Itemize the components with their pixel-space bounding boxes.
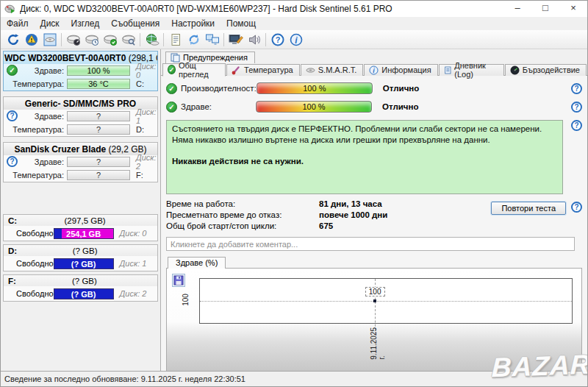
- partition-panel-d[interactable]: D:(? GB) Свободно (? GB) Диск: 1: [3, 244, 158, 271]
- tab-label: S.M.A.R.T.: [318, 65, 357, 74]
- health-bar: ?: [67, 157, 130, 167]
- svg-text:?: ?: [275, 35, 280, 44]
- save-icon[interactable]: [172, 274, 185, 287]
- partition-size: (? GB): [17, 246, 153, 255]
- disk-search-icon[interactable]: [119, 31, 137, 48]
- speaker-icon[interactable]: [245, 31, 263, 48]
- tab-temperature[interactable]: Температура: [226, 64, 300, 76]
- disk-check-icon[interactable]: [101, 31, 119, 48]
- help-icon[interactable]: ?: [571, 102, 582, 113]
- tab-label: Температура: [244, 65, 293, 74]
- menubar: Файл Диск Изглед Съобщения Настройки Пом…: [1, 17, 587, 30]
- check-icon: ✓: [166, 102, 177, 113]
- drive-letter: D:: [130, 125, 144, 134]
- comment-input[interactable]: [166, 237, 575, 251]
- data-point-label: 100: [365, 287, 385, 297]
- thermometer-icon: [232, 65, 241, 75]
- health-bar: 100 %: [67, 65, 130, 76]
- partition-letter: F:: [8, 277, 16, 285]
- health-row: ✓ Здраве: 100 % Отлично ?: [166, 101, 582, 113]
- free-space-bar: 254,1 GB: [54, 228, 114, 239]
- partition-panel-f[interactable]: F:(? GB) Свободно (? GB) Диск: 2: [3, 274, 158, 302]
- partition-panel-c[interactable]: C:(297,5 GB) Свободно 254,1 GB Диск: 0: [3, 214, 158, 241]
- menu-help[interactable]: Помощ: [220, 18, 262, 29]
- smart-disk-icon: [306, 65, 315, 75]
- menu-file[interactable]: Файл: [1, 18, 35, 29]
- network-disk-icon[interactable]: [143, 31, 161, 48]
- report-icon[interactable]: [166, 31, 184, 48]
- health-ok-icon: ✓: [7, 65, 18, 76]
- app-icon: [4, 4, 16, 14]
- drive-letter: C:: [130, 79, 144, 88]
- stat-label: Пресметнато време до отказ:: [166, 210, 319, 221]
- disk-clock-icon[interactable]: [82, 31, 101, 48]
- status-action-text: Никакви действия не са нужни.: [172, 156, 557, 167]
- monitor-edit-icon[interactable]: [226, 31, 245, 48]
- refresh-icon[interactable]: [4, 31, 22, 48]
- health-unknown-icon: ?: [7, 110, 18, 121]
- disk-display-icon[interactable]: [40, 31, 59, 48]
- disk-panel-0[interactable]: WDC WD3200BEVT-00A0RT0 (298,1 GB) ✓ Здра…: [3, 51, 158, 91]
- menu-settings[interactable]: Настройки: [165, 18, 220, 29]
- temperature-bar: ?: [67, 124, 130, 135]
- drive-letter: F:: [130, 171, 143, 180]
- check-icon: ✓: [168, 65, 176, 74]
- x-axis-tick: 9.11.2025 г.: [370, 327, 386, 360]
- info-icon[interactable]: i: [287, 31, 305, 48]
- chart-tab-health[interactable]: Здраве (%): [168, 257, 226, 269]
- log-document-icon: [444, 65, 452, 75]
- health-rating: Отлично: [382, 102, 418, 111]
- menu-messages[interactable]: Съобщения: [105, 18, 165, 29]
- network-computers-icon[interactable]: [203, 31, 221, 48]
- partition-size: (297,5 GB): [17, 216, 153, 225]
- tab-label: Бързодействие: [523, 65, 580, 74]
- temperature-label: Температура:: [4, 171, 67, 180]
- health-bar: ?: [67, 111, 130, 121]
- health-label: Здраве:: [181, 102, 256, 111]
- maximize-button[interactable]: □: [531, 1, 559, 17]
- partition-size: (? GB): [16, 277, 153, 285]
- gridline-100: [200, 301, 572, 302]
- temperature-bar: ?: [67, 170, 130, 180]
- help-icon[interactable]: ?: [571, 202, 582, 213]
- information-icon: i: [369, 65, 379, 75]
- disk-number: Диск: 2: [114, 289, 147, 298]
- tab-smart[interactable]: S.M.A.R.T.: [301, 64, 364, 76]
- check-icon: ✓: [166, 83, 177, 94]
- health-bar: 100 %: [256, 101, 372, 113]
- sync-icon[interactable]: [184, 31, 203, 48]
- tab-information[interactable]: i Информация: [364, 64, 437, 76]
- main-area: Предупреждения ✓ Общ преглед Температура…: [161, 49, 587, 372]
- temperature-label: Температура:: [4, 125, 67, 134]
- menu-view[interactable]: Изглед: [65, 18, 106, 29]
- free-space-bar: (? GB): [54, 258, 114, 269]
- free-label: Свободно: [16, 259, 54, 268]
- status-text: Състоянието на твърдия диск е ПЕРФЕКТНО.…: [172, 124, 557, 146]
- disk-panel-1[interactable]: Generic- SD/MMC/MS PRO ? Здраве: ? Диск:…: [3, 96, 158, 137]
- help-icon[interactable]: ?: [571, 120, 582, 131]
- disk-gauge-icon[interactable]: [64, 31, 82, 48]
- tab-overview[interactable]: ✓ Общ преглед: [162, 63, 226, 77]
- disk-status-textbox: Състоянието на твърдия диск е ПЕРФЕКТНО.…: [166, 120, 563, 194]
- tab-label: Дневник (Log): [454, 61, 497, 79]
- retest-button[interactable]: Повтори теста: [491, 202, 566, 215]
- bazar-watermark: BAZAR: [491, 349, 588, 384]
- menu-disk[interactable]: Диск: [35, 18, 65, 29]
- alerts-icon[interactable]: [22, 31, 40, 48]
- window-title: Диск: 0, WDC WD3200BEVT-00A0RT0 [WD-WXM1…: [20, 4, 392, 14]
- last-update-text: Сведение за последно обновяване: 9.11.20…: [4, 374, 245, 383]
- free-label: Свободно: [16, 289, 54, 298]
- temperature-label: Температура:: [4, 79, 67, 88]
- disk-number: Диск: 1: [114, 259, 147, 268]
- app-window: Диск: 0, WDC WD3200BEVT-00A0RT0 [WD-WXM1…: [0, 0, 588, 387]
- help-icon[interactable]: ?: [571, 83, 582, 94]
- minimize-button[interactable]: –: [503, 1, 531, 17]
- stat-label: Време на работа:: [166, 199, 319, 210]
- lifetime-stats: Време на работа:81 дни, 13 часа Пресметн…: [166, 199, 387, 232]
- help-icon[interactable]: ?: [268, 31, 287, 48]
- tab-label: Общ преглед: [179, 61, 219, 79]
- tab-performance[interactable]: Бързодействие: [505, 64, 587, 76]
- close-button[interactable]: ×: [559, 1, 587, 17]
- disk-panel-2[interactable]: SanDisk Cruzer Blade (29,2 GB) ? Здраве:…: [3, 142, 158, 182]
- tab-log[interactable]: Дневник (Log): [439, 64, 504, 76]
